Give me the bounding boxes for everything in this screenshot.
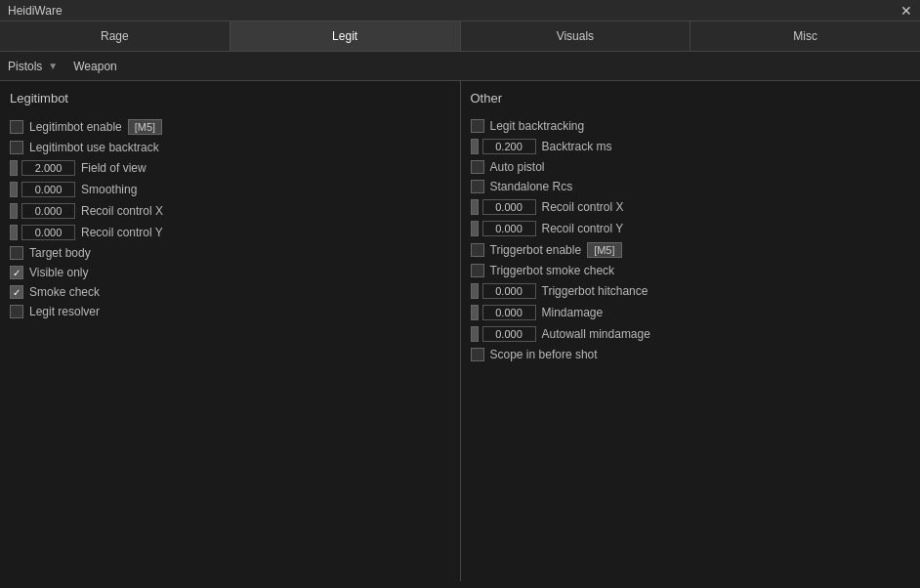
r-recoil-y-slider-thumb[interactable] xyxy=(471,221,479,236)
r-recoil-y-slider-container xyxy=(471,221,536,236)
legit-resolver-checkbox[interactable] xyxy=(10,305,23,318)
r-recoil-x-value-input[interactable] xyxy=(482,199,536,215)
right-panel-title: Other xyxy=(471,91,911,109)
left-panel-title: Legitimbot xyxy=(10,91,450,109)
list-item: Smoke check xyxy=(10,285,450,299)
legitimbot-backtrack-label: Legitimbot use backtrack xyxy=(29,141,159,154)
smoke-check-checkbox[interactable] xyxy=(10,285,23,299)
triggerbot-enable-label: Triggerbot enable xyxy=(490,243,582,257)
tab-visuals[interactable]: Visuals xyxy=(461,21,691,51)
right-panel: Other Legit backtracking Backtrack ms Au… xyxy=(461,81,921,581)
auto-pistol-checkbox[interactable] xyxy=(471,160,484,174)
mindamage-label: Mindamage xyxy=(542,306,604,319)
autowall-label: Autowall mindamage xyxy=(542,327,650,341)
recoil-y-value-input[interactable] xyxy=(21,225,75,240)
triggerbot-enable-checkbox[interactable] xyxy=(471,243,484,257)
list-item: Autowall mindamage xyxy=(471,326,911,342)
mindamage-slider-container xyxy=(471,305,536,320)
mindamage-slider-thumb[interactable] xyxy=(471,305,479,320)
legit-backtracking-checkbox[interactable] xyxy=(471,119,484,133)
triggerbot-smoke-checkbox[interactable] xyxy=(471,264,484,277)
app-title: HeidiWare xyxy=(8,4,63,18)
legit-resolver-label: Legit resolver xyxy=(29,305,100,318)
tab-misc[interactable]: Misc xyxy=(690,21,920,51)
recoil-x-slider-thumb[interactable] xyxy=(10,203,18,219)
standalone-rcs-label: Standalone Rcs xyxy=(490,180,573,193)
smoothing-slider-container xyxy=(10,182,75,197)
recoil-x-slider-container xyxy=(10,203,75,219)
list-item: Legitimbot use backtrack xyxy=(10,141,450,154)
list-item: Triggerbot hitchance xyxy=(471,283,911,299)
scope-before-shot-checkbox[interactable] xyxy=(471,348,484,361)
list-item: Visible only xyxy=(10,266,450,279)
list-item: Legit resolver xyxy=(10,305,450,318)
hitchance-slider-thumb[interactable] xyxy=(471,283,479,299)
legitimbot-backtrack-checkbox[interactable] xyxy=(10,141,23,154)
titlebar: HeidiWare ✕ xyxy=(0,0,920,21)
list-item: Auto pistol xyxy=(471,160,911,174)
main-content: Legitimbot Legitimbot enable [M5] Legiti… xyxy=(0,81,920,581)
hitchance-label: Triggerbot hitchance xyxy=(542,284,648,298)
tab-legit[interactable]: Legit xyxy=(230,21,461,51)
list-item: Recoil control X xyxy=(10,203,450,219)
list-item: Triggerbot smoke check xyxy=(471,264,911,277)
legitimbot-enable-checkbox[interactable] xyxy=(10,120,23,134)
left-panel: Legitimbot Legitimbot enable [M5] Legiti… xyxy=(0,81,461,581)
list-item: Legit backtracking xyxy=(471,119,911,133)
list-item: Target body xyxy=(10,246,450,260)
close-button[interactable]: ✕ xyxy=(900,3,912,19)
target-body-label: Target body xyxy=(29,246,91,260)
fov-slider-container xyxy=(10,160,75,176)
legit-backtracking-label: Legit backtracking xyxy=(490,119,585,133)
recoil-x-value-input[interactable] xyxy=(21,203,75,219)
list-item: Recoil control X xyxy=(471,199,911,215)
recoil-y-slider-thumb[interactable] xyxy=(10,225,18,240)
recoil-y-label: Recoil control Y xyxy=(81,226,163,239)
hitchance-slider-container xyxy=(471,283,536,299)
weapon-dropdown[interactable]: Pistols ▼ xyxy=(8,60,58,73)
list-item: Recoil control Y xyxy=(471,221,911,236)
r-recoil-x-slider-thumb[interactable] xyxy=(471,199,479,215)
list-item: Legitimbot enable [M5] xyxy=(10,119,450,135)
r-recoil-x-slider-container xyxy=(471,199,536,215)
autowall-slider-container xyxy=(471,326,536,342)
mindamage-value-input[interactable] xyxy=(482,305,536,320)
smoke-check-label: Smoke check xyxy=(29,285,100,299)
smoothing-value-input[interactable] xyxy=(21,182,75,197)
backtrack-ms-label: Backtrack ms xyxy=(542,140,612,153)
list-item: Scope in before shot xyxy=(471,348,911,361)
smoothing-slider-thumb[interactable] xyxy=(10,182,18,197)
list-item: Standalone Rcs xyxy=(471,180,911,193)
target-body-checkbox[interactable] xyxy=(10,246,23,260)
hitchance-value-input[interactable] xyxy=(482,283,536,299)
triggerbot-keybind-button[interactable]: [M5] xyxy=(587,242,621,258)
legitimbot-keybind-button[interactable]: [M5] xyxy=(128,119,162,135)
backtrack-ms-slider-thumb[interactable] xyxy=(471,139,479,154)
autowall-slider-thumb[interactable] xyxy=(471,326,479,342)
smoothing-label: Smoothing xyxy=(81,183,137,196)
backtrack-ms-value-input[interactable] xyxy=(482,139,536,154)
list-item: Triggerbot enable [M5] xyxy=(471,242,911,258)
backtrack-ms-slider-container xyxy=(471,139,536,154)
fov-value-input[interactable] xyxy=(21,160,75,176)
visible-only-label: Visible only xyxy=(29,266,88,279)
weapon-label: Weapon xyxy=(73,60,116,73)
fov-label: Field of view xyxy=(81,161,146,175)
tab-rage[interactable]: Rage xyxy=(0,21,230,51)
fov-slider-thumb[interactable] xyxy=(10,160,18,176)
triggerbot-smoke-label: Triggerbot smoke check xyxy=(490,264,615,277)
list-item: Backtrack ms xyxy=(471,139,911,154)
visible-only-checkbox[interactable] xyxy=(10,266,23,279)
scope-before-shot-label: Scope in before shot xyxy=(490,348,598,361)
standalone-rcs-checkbox[interactable] xyxy=(471,180,484,193)
list-item: Field of view xyxy=(10,160,450,176)
list-item: Recoil control Y xyxy=(10,225,450,240)
r-recoil-y-value-input[interactable] xyxy=(482,221,536,236)
r-recoil-x-label: Recoil control X xyxy=(542,200,624,214)
chevron-down-icon: ▼ xyxy=(48,61,58,71)
autowall-value-input[interactable] xyxy=(482,326,536,342)
legitimbot-enable-label: Legitimbot enable xyxy=(29,120,122,134)
recoil-x-label: Recoil control X xyxy=(81,204,163,218)
recoil-y-slider-container xyxy=(10,225,75,240)
weapon-bar: Pistols ▼ Weapon xyxy=(0,52,920,81)
